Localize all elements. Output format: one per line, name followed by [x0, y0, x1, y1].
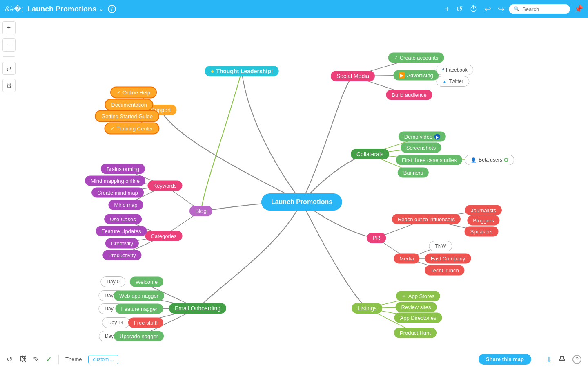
theme-button[interactable]: custom ... [88, 355, 118, 364]
mindmap-canvas: Launch Promotions ● Thought Leadership! … [18, 18, 588, 350]
banners-node[interactable]: Banners [398, 168, 429, 178]
product-hunt-node[interactable]: Product Hunt [394, 328, 437, 338]
build-audience-node[interactable]: Build audience [386, 90, 432, 100]
review-sites-node[interactable]: Review sites [396, 302, 437, 312]
search-icon: 🔍 [514, 6, 520, 12]
footer-right-icons: ⇓ 🖶 ? [546, 355, 581, 364]
create-accounts-node[interactable]: ✓ Create accounts [388, 53, 444, 63]
pen-icon[interactable]: ✎ [33, 355, 39, 364]
reach-out-influencers-node[interactable]: Reach out to influencers [392, 214, 461, 224]
undo-button[interactable]: ↩ [484, 4, 491, 14]
theme-label: Theme [65, 356, 82, 362]
loop-button[interactable]: ↺ [456, 4, 463, 14]
search-input[interactable] [522, 6, 565, 12]
facebook-node[interactable]: f Facebook [436, 65, 473, 75]
settings-button[interactable]: ⚙ [2, 79, 16, 92]
footer-divider [58, 355, 59, 364]
free-stuff-node[interactable]: Free stuff! [128, 318, 163, 328]
help-icon[interactable]: ? [572, 355, 581, 364]
web-app-nagger-node[interactable]: Web app nagger [114, 291, 164, 301]
pr-node[interactable]: PR [367, 233, 386, 243]
zoom-out-button[interactable]: − [2, 38, 16, 52]
search-box[interactable]: 🔍 [509, 4, 570, 14]
journalists-node[interactable]: Journalists [465, 205, 502, 215]
info-button[interactable]: i [108, 5, 116, 13]
blog-node[interactable]: Blog [189, 206, 212, 216]
add-button[interactable]: + [445, 4, 450, 14]
keywords-node[interactable]: Keywords [147, 181, 182, 191]
arrows-button[interactable]: ⇄ [2, 62, 16, 75]
thought-leadership-node[interactable]: ● Thought Leadership! [205, 66, 279, 76]
getting-started-node[interactable]: Getting Started Guide [95, 110, 159, 122]
center-node[interactable]: Launch Promotions [261, 193, 342, 211]
tnw-node[interactable]: TNW [429, 241, 452, 251]
advertising-node[interactable]: ▶ Advertising [393, 70, 439, 81]
beta-users-node[interactable]: 👤 Beta users [465, 155, 514, 165]
back-button[interactable]: &#�; [5, 4, 23, 13]
demo-video-node[interactable]: Demo video ▶ [399, 132, 446, 142]
media-node[interactable]: Media [394, 254, 419, 264]
clock-button[interactable]: ⏱ [470, 4, 478, 14]
collaterals-node[interactable]: Collaterals [351, 149, 389, 159]
app-directories-node[interactable]: App Directories [394, 313, 442, 323]
use-cases-node[interactable]: Use Cases [104, 214, 142, 224]
welcome-node[interactable]: Welcome [130, 277, 163, 287]
speakers-node[interactable]: Speakers [465, 227, 499, 237]
techcrunch-node[interactable]: TechCrunch [425, 265, 464, 276]
share-button[interactable]: Share this map [479, 354, 531, 365]
history-icon[interactable]: ↺ [7, 355, 13, 364]
online-help-node[interactable]: ✓ Online Help [110, 87, 157, 99]
social-media-node[interactable]: Social Media [331, 71, 375, 81]
training-center-node[interactable]: ✓ Training Center [104, 123, 159, 135]
title-chevron-icon[interactable]: ⌄ [99, 6, 104, 12]
upgrade-nagger-node[interactable]: Upgrade nagger [114, 331, 164, 341]
twitter-node[interactable]: ▲ Twitter [436, 76, 469, 87]
app-stores-node[interactable]: 🏳 App Stores [396, 291, 440, 301]
zoom-in-button[interactable]: + [2, 21, 16, 34]
download-icon[interactable]: ⇓ [546, 355, 552, 364]
productivity-node[interactable]: Productivity [102, 250, 141, 260]
left-toolbar: + − ⇄ ⚙ [0, 18, 18, 350]
monitor-icon[interactable]: 🖼 [19, 355, 27, 364]
brainstorming-node[interactable]: Brainstorming [101, 164, 145, 174]
mind-mapping-node[interactable]: Mind mapping online [85, 176, 145, 186]
redo-button[interactable]: ↪ [498, 4, 505, 14]
feature-updates-node[interactable]: Feature Updates [96, 226, 147, 236]
categories-node[interactable]: Categories [145, 231, 183, 241]
documentation-node[interactable]: Documentation [105, 99, 153, 111]
app-title: Launch Promotions [27, 5, 96, 13]
creativity-node[interactable]: Creativity [105, 238, 139, 249]
footer: ↺ 🖼 ✎ ✓ Theme custom ... Share this map … [0, 350, 588, 368]
pin-icon[interactable]: 📌 [574, 4, 583, 13]
bloggers-node[interactable]: Bloggers [467, 215, 499, 226]
email-onboarding-node[interactable]: Email Onboarding [169, 303, 226, 314]
header: &#�; Launch Promotions ⌄ i + ↺ ⏱ ↩ ↪ 🔍 📌 [0, 0, 588, 18]
first-three-case-studies-node[interactable]: First three case studies [396, 155, 462, 165]
screenshots-node[interactable]: Screenshots [401, 143, 441, 153]
main-area: + − ⇄ ⚙ [0, 18, 588, 350]
listings-node[interactable]: Listings [352, 303, 382, 314]
fast-company-node[interactable]: Fast Company [425, 254, 471, 264]
feature-nagger-node[interactable]: Feature nagger [116, 304, 163, 314]
mind-map-node[interactable]: Mind map [108, 200, 143, 210]
day14-node: Day 14 [102, 317, 130, 328]
header-actions: + ↺ ⏱ ↩ ↪ [445, 4, 505, 14]
create-mind-map-node[interactable]: Create mind map [91, 188, 144, 198]
header-title: Launch Promotions ⌄ [27, 5, 104, 13]
day0-node: Day 0 [100, 276, 125, 287]
toolbar-divider [3, 56, 15, 57]
print-icon[interactable]: 🖶 [559, 355, 566, 364]
check-icon[interactable]: ✓ [46, 355, 52, 364]
